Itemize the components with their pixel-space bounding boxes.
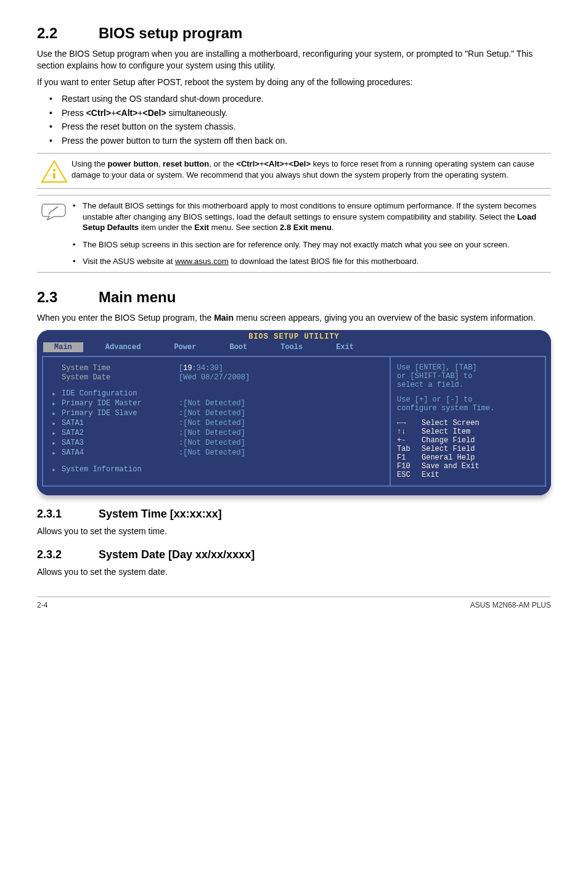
bios-screenshot: BIOS SETUP UTILITY Main Advanced Power B… — [37, 330, 551, 495]
note-callout: The default BIOS settings for this mothe… — [37, 195, 551, 273]
key: <Ctrl> — [86, 108, 111, 118]
bios-row-sysdate: System Date [Wed 08/27/2008] — [52, 373, 381, 382]
heading-num: 2.3.1 — [37, 508, 99, 521]
warning-icon — [37, 159, 71, 183]
key-icon: ↑↓ — [397, 427, 422, 436]
key: <Ctrl> — [236, 159, 259, 168]
help-line: or [SHIFT-TAB] to — [397, 372, 539, 381]
key-label: Select Item — [422, 427, 470, 436]
svg-point-1 — [53, 169, 55, 171]
key-label: Change Field — [422, 436, 475, 445]
note-content: The default BIOS settings for this mothe… — [71, 200, 551, 267]
key-icon: +- — [397, 436, 422, 445]
value: :[Not Detected] — [179, 439, 245, 448]
bullet-list: Restart using the OS standard shut-down … — [37, 93, 551, 147]
text: The default BIOS settings for this mothe… — [83, 201, 536, 221]
bullet-item: Restart using the OS standard shut-down … — [37, 93, 551, 105]
help-key-row: ↑↓Select Item — [397, 427, 539, 436]
key: <Alt> — [264, 159, 284, 168]
paragraph: Use the BIOS Setup program when you are … — [37, 48, 551, 72]
key-icon: ESC — [397, 471, 422, 479]
note-item: The default BIOS settings for this mothe… — [71, 200, 551, 233]
bios-tab-exit: Exit — [325, 342, 365, 352]
warning-callout: Using the power button, reset button, or… — [37, 153, 551, 189]
text: Restart using the OS standard shut-down … — [62, 94, 264, 104]
key: <Del> — [143, 108, 166, 118]
help-line: Use [ENTER], [TAB] — [397, 363, 539, 372]
bios-tab-power: Power — [163, 342, 207, 352]
bios-title: BIOS SETUP UTILITY — [37, 330, 551, 342]
bios-body: System Time [19:34:30] System Date [Wed … — [37, 353, 551, 495]
text: Using the — [71, 159, 108, 168]
bios-row-sysinfo: ▸ System Information — [52, 465, 381, 474]
help-line: Use [+] or [-] to — [397, 395, 539, 404]
key: <Alt> — [116, 108, 137, 118]
bold: 2.8 Exit menu — [280, 223, 332, 232]
value: :[Not Detected] — [179, 399, 245, 408]
key-label: Select Screen — [422, 419, 480, 427]
bios-tab-tools: Tools — [269, 342, 314, 352]
bios-tab-boot: Boot — [218, 342, 258, 352]
heading-num: 2.2 — [37, 25, 99, 42]
label: Primary IDE Master — [62, 399, 179, 408]
label: IDE Configuration — [62, 389, 179, 398]
help-line: select a field. — [397, 381, 539, 389]
key-icon: F10 — [397, 462, 422, 471]
heading-title: Main menu — [99, 289, 176, 305]
footer-product: ASUS M2N68-AM PLUS — [470, 601, 551, 609]
heading-2-3: 2.3Main menu — [37, 289, 551, 306]
help-key-row: F1General Help — [397, 453, 539, 462]
key-icon: F1 — [397, 453, 422, 462]
heading-title: System Time [xx:xx:xx] — [99, 508, 222, 520]
text: to download the latest BIOS file for thi… — [229, 257, 419, 266]
paragraph: Allows you to set the system time. — [37, 526, 551, 537]
value: :[Not Detected] — [179, 409, 245, 418]
bullet-item: Press the reset button on the system cha… — [37, 121, 551, 133]
key-icon: ←→ — [397, 419, 422, 427]
note-icon — [37, 200, 71, 220]
page-footer: 2-4 ASUS M2N68-AM PLUS — [37, 596, 551, 609]
svg-rect-2 — [53, 173, 55, 179]
key-label: General Help — [422, 453, 475, 462]
text: Press — [62, 108, 86, 118]
help-key-row: F10Save and Exit — [397, 462, 539, 471]
value: :[Not Detected] — [179, 448, 245, 458]
bios-row-idecfg: ▸ IDE Configuration — [52, 389, 381, 398]
heading-2-3-1: 2.3.1System Time [xx:xx:xx] — [37, 508, 551, 521]
heading-title: System Date [Day xx/xx/xxxx] — [99, 548, 255, 561]
help-key-row: ←→Select Screen — [397, 419, 539, 427]
bios-row-sata2: ▸ SATA2 :[Not Detected] — [52, 429, 381, 438]
text: Visit the ASUS website at — [83, 257, 175, 266]
label: System Information — [62, 465, 179, 474]
bold: power button — [108, 159, 158, 168]
note-item: Visit the ASUS website at www.asus.com t… — [71, 256, 551, 267]
paragraph: Allows you to set the system date. — [37, 566, 551, 578]
label: SATA2 — [62, 429, 179, 438]
heading-num: 2.3.2 — [37, 548, 99, 561]
bios-row-systime: System Time [19:34:30] — [52, 364, 381, 373]
bios-row-pis: ▸ Primary IDE Slave :[Not Detected] — [52, 409, 381, 418]
bold: Main — [214, 313, 234, 323]
value: :[Not Detected] — [179, 419, 245, 428]
paragraph: If you want to enter Setup after POST, r… — [37, 76, 551, 88]
note-item: The BIOS setup screens in this section a… — [71, 239, 551, 250]
value: :[Not Detected] — [179, 429, 245, 438]
bullet-item: Press the power button to turn the syste… — [37, 135, 551, 147]
bios-help-panel: Use [ENTER], [TAB] or [SHIFT-TAB] to sel… — [390, 356, 546, 487]
text: , or the — [209, 159, 236, 168]
key-icon: Tab — [397, 445, 422, 453]
text: menu screen appears, giving you an overv… — [234, 313, 535, 323]
value: [19:34:30] — [179, 364, 223, 373]
text: Press the reset button on the system cha… — [62, 122, 235, 131]
key-label: Exit — [422, 471, 439, 479]
text: item under the — [139, 223, 194, 232]
bios-row-pim: ▸ Primary IDE Master :[Not Detected] — [52, 399, 381, 408]
help-key-row: TabSelect Field — [397, 445, 539, 453]
help-line: configure system Time. — [397, 404, 539, 413]
text: simultaneously. — [166, 108, 227, 118]
heading-2-3-2: 2.3.2System Date [Day xx/xx/xxxx] — [37, 548, 551, 561]
label: SATA4 — [62, 448, 179, 458]
value: [Wed 08/27/2008] — [179, 373, 250, 382]
bullet-item: Press <Ctrl>+<Alt>+<Del> simultaneously. — [37, 107, 551, 119]
text: . — [332, 223, 334, 232]
